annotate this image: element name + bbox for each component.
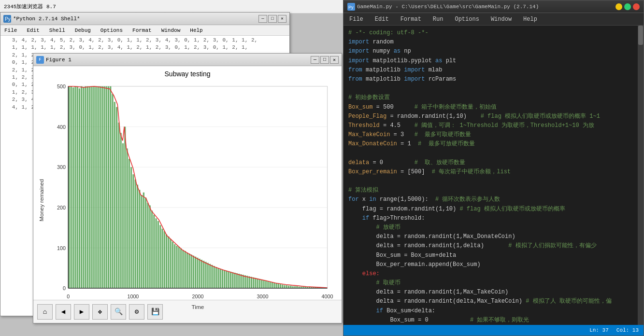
svg-rect-38 [106, 86, 107, 288]
code-line: People_Flag = random.randint(1,10) # fla… [348, 112, 639, 121]
shell-minimize-button[interactable]: — [258, 15, 267, 23]
svg-rect-83 [199, 259, 200, 288]
svg-text:400: 400 [57, 124, 66, 130]
plot-title: Subway testing [37, 70, 338, 78]
svg-text:300: 300 [57, 164, 66, 170]
svg-rect-67 [166, 235, 167, 289]
svg-rect-82 [197, 258, 198, 288]
svg-rect-56 [143, 193, 144, 288]
code-line [348, 149, 639, 158]
shell-menu-help[interactable]: Help [188, 27, 204, 34]
shell-line: 3, 4, 2, 3, 4, 5, 2, 3, 4, 2, 3, 0, 1, 1… [2, 37, 287, 44]
shell-maximize-button[interactable]: □ [268, 15, 277, 23]
chart-svg: Money remained 500 400 300 200 100 0 [37, 80, 338, 310]
svg-text:1000: 1000 [127, 294, 139, 299]
svg-rect-29 [87, 86, 88, 288]
shell-menu-format[interactable]: Format [130, 27, 154, 34]
editor-window-buttons [615, 3, 640, 10]
code-line: if Box_sum<delta: [348, 307, 639, 316]
shell-menu-options[interactable]: Options [99, 27, 125, 34]
svg-rect-119 [273, 282, 275, 288]
svg-rect-78 [188, 253, 190, 288]
shell-menu-debug[interactable]: Debug [73, 27, 93, 34]
code-line: for x in range(1,5000): # 循环次数表示参与人数 [348, 195, 639, 204]
svg-text:0: 0 [63, 285, 66, 291]
svg-rect-35 [100, 86, 101, 288]
code-line: from matplotlib import mlab [348, 66, 639, 75]
svg-rect-96 [226, 271, 227, 288]
svg-rect-34 [97, 86, 99, 288]
svg-rect-108 [251, 277, 252, 288]
editor-close-button[interactable] [633, 3, 640, 10]
editor-menu-help[interactable]: Help [521, 15, 539, 24]
svg-rect-48 [126, 148, 128, 288]
svg-rect-66 [164, 231, 165, 288]
svg-rect-99 [232, 272, 233, 288]
svg-rect-70 [172, 242, 173, 289]
editor-menubar: File Edit Format Run Options Window Help [343, 13, 644, 26]
svg-rect-94 [222, 269, 223, 288]
svg-text:200: 200 [57, 205, 66, 210]
svg-rect-100 [234, 273, 236, 288]
svg-rect-32 [93, 86, 95, 288]
editor-scrollbar[interactable] [638, 26, 644, 325]
shell-line: 1, 1, 1, 1, 1, 2, 3, 0, 1, 2, 3, 4, 1, 2… [2, 44, 287, 51]
shell-menu-file[interactable]: File [2, 27, 19, 34]
svg-rect-46 [122, 143, 124, 288]
svg-rect-37 [103, 86, 105, 288]
code-line: # 初始参数设置 [348, 93, 639, 102]
svg-text:0: 0 [67, 294, 70, 299]
svg-rect-81 [195, 257, 196, 288]
code-line: import matplotlib.pyplot as plt [348, 56, 639, 66]
editor-menu-file[interactable]: File [347, 15, 365, 24]
svg-rect-57 [145, 197, 146, 288]
editor-menu-options[interactable]: Options [453, 15, 481, 24]
shell-close-button[interactable]: ✕ [278, 15, 286, 23]
svg-rect-84 [201, 260, 202, 288]
svg-rect-39 [108, 86, 109, 288]
svg-text:500: 500 [57, 84, 66, 89]
figure-close-button[interactable]: ✕ [330, 56, 339, 64]
svg-rect-125 [286, 285, 287, 288]
svg-rect-23 [74, 86, 76, 288]
editor-menu-edit[interactable]: Edit [373, 15, 391, 24]
svg-rect-95 [224, 270, 225, 289]
figure-maximize-button[interactable]: □ [320, 56, 329, 64]
svg-text:Py: Py [5, 16, 11, 22]
editor-content[interactable]: # -*- coding: utf-8 -*- import random im… [343, 26, 644, 323]
svg-rect-61 [153, 215, 155, 288]
svg-rect-69 [170, 239, 172, 288]
browser-titlebar: 2345加速浏览器 8.7 [0, 0, 343, 14]
svg-rect-98 [230, 272, 231, 288]
editor-menu-run[interactable]: Run [431, 15, 445, 24]
svg-rect-122 [280, 284, 281, 288]
editor-scrollbar-thumb[interactable] [638, 26, 643, 45]
svg-rect-49 [129, 159, 130, 288]
svg-rect-97 [228, 271, 229, 288]
svg-rect-88 [209, 264, 211, 288]
status-col: Col: 13 [616, 327, 639, 333]
svg-rect-71 [174, 244, 175, 288]
figure-minimize-button[interactable]: — [311, 56, 319, 64]
python-icon: Py [3, 15, 11, 23]
editor-minimize-button[interactable] [615, 3, 622, 10]
svg-rect-51 [132, 174, 134, 288]
svg-rect-25 [79, 88, 80, 288]
editor-maximize-button[interactable] [624, 3, 631, 10]
code-line: delta = random.randint(1,Max_TakeCoin) [348, 288, 639, 297]
shell-menu-window[interactable]: Window [159, 27, 183, 34]
shell-menu-edit[interactable]: Edit [25, 27, 41, 34]
svg-rect-74 [180, 248, 182, 288]
svg-rect-54 [139, 190, 140, 288]
editor-window: Py GameMain.py - C:\Users\DELL\Game\src\… [343, 0, 644, 336]
svg-rect-43 [116, 107, 117, 288]
svg-rect-24 [77, 86, 78, 288]
svg-rect-65 [161, 229, 163, 288]
figure-titlebar: F Figure 1 — □ ✕ [33, 54, 342, 66]
shell-menu-shell[interactable]: Shell [47, 27, 67, 34]
editor-menu-window[interactable]: Window [489, 15, 514, 24]
editor-menu-format[interactable]: Format [399, 15, 423, 24]
editor-titlebar: Py GameMain.py - C:\Users\DELL\Game\src\… [343, 0, 644, 13]
code-line: Box_sum = Box_sum+delta [348, 251, 639, 260]
svg-rect-91 [215, 267, 217, 288]
